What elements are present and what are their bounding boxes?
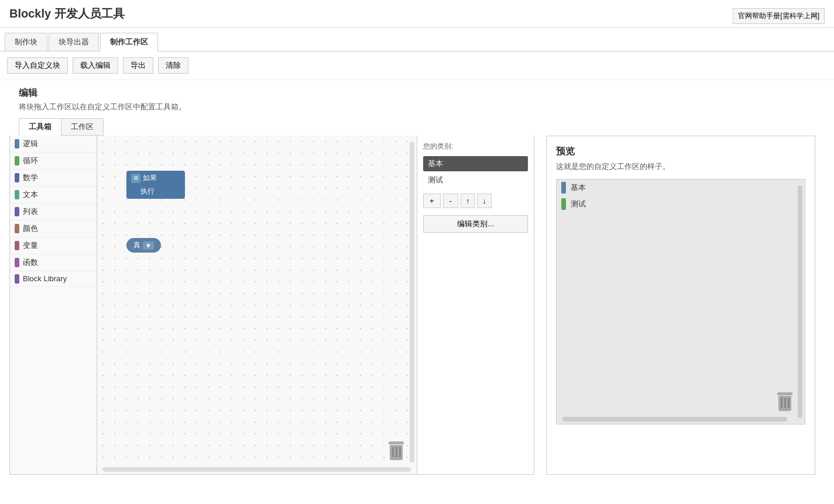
help-link[interactable]: 官网帮助手册[需科学上网] <box>733 8 825 24</box>
preview-cat-label-basic: 基本 <box>571 182 586 193</box>
block-if[interactable]: ⚙ 如果 执行 <box>126 171 185 199</box>
preview-cat-label-test: 测试 <box>571 199 586 209</box>
preview-description: 这就是您的自定义工作区的样子。 <box>556 161 805 172</box>
preview-scrollbar-vertical[interactable] <box>798 185 802 418</box>
block-bool[interactable]: 真 ▼ <box>126 238 161 253</box>
category-down-button[interactable]: ↓ <box>477 194 492 208</box>
category-panel: 您的类别: 基本 测试 + - ↑ ↓ 编辑类别... <box>417 136 534 475</box>
gear-icon: ⚙ <box>131 174 140 183</box>
preview-cat-color-basic <box>561 182 566 194</box>
toolbox-item-blocklibrary[interactable]: Block Library <box>10 271 97 286</box>
sub-tab-workspace[interactable]: 工作区 <box>61 118 104 136</box>
category-up-button[interactable]: ↑ <box>461 194 475 208</box>
editor-section: 编辑 将块拖入工作区以在自定义工作区中配置工具箱。 工具箱 工作区 逻辑 循环 … <box>0 80 834 482</box>
export-button[interactable]: 导出 <box>123 57 153 74</box>
toolbox-item-function[interactable]: 函数 <box>10 254 97 271</box>
toolbar: 导入自定义块 载入编辑 导出 清除 <box>0 51 834 80</box>
preview-scrollbar-horizontal[interactable] <box>562 417 787 422</box>
preview-category-basic[interactable]: 基本 <box>557 179 805 196</box>
workspace-scrollbar-horizontal[interactable] <box>103 467 411 472</box>
edit-category-button[interactable]: 编辑类别... <box>423 215 528 233</box>
workspace-scrollbar-vertical[interactable] <box>410 141 414 462</box>
workspace-trash <box>387 441 405 462</box>
toolbox-sidebar: 逻辑 循环 数学 文本 列表 颜色 变量 函数 Block Library <box>9 136 97 475</box>
import-custom-button[interactable]: 导入自定义块 <box>7 57 68 74</box>
trash-icon <box>387 441 405 460</box>
preview-panel: 预览 这就是您的自定义工作区的样子。 基本 测试 <box>546 136 815 475</box>
preview-category-test[interactable]: 测试 <box>557 196 805 212</box>
sub-tab-bar: 工具箱 工作区 <box>19 118 815 136</box>
category-item-basic[interactable]: 基本 <box>423 156 528 171</box>
main-content: 逻辑 循环 数学 文本 列表 颜色 变量 函数 Block Library ⚙ … <box>9 136 825 475</box>
toolbox-item-logic[interactable]: 逻辑 <box>10 136 97 153</box>
load-edit-button[interactable]: 载入编辑 <box>73 57 118 74</box>
preview-workspace: 基本 测试 <box>556 179 805 424</box>
tab-block-guide[interactable]: 块导出器 <box>49 33 99 51</box>
block-if-label: 如果 <box>143 173 157 183</box>
category-add-button[interactable]: + <box>423 194 441 208</box>
preview-trash-icon <box>777 392 793 411</box>
tab-bar: 制作块 块导出器 制作工作区 <box>0 28 834 51</box>
block-execute-label: 执行 <box>140 187 155 195</box>
category-buttons: + - ↑ ↓ <box>423 194 528 208</box>
toolbox-item-loop[interactable]: 循环 <box>10 153 97 170</box>
app-header: Blockly 开发人员工具 官网帮助手册[需科学上网] <box>0 0 834 28</box>
toolbox-item-color[interactable]: 颜色 <box>10 220 97 237</box>
preview-cat-color-test <box>561 198 566 210</box>
category-item-test[interactable]: 测试 <box>423 172 528 188</box>
preview-title: 预览 <box>556 146 805 158</box>
block-bool-label: 真 <box>133 240 140 250</box>
tab-make-workspace[interactable]: 制作工作区 <box>100 33 158 51</box>
block-bool-dropdown[interactable]: ▼ <box>143 241 154 250</box>
app-title: Blockly 开发人员工具 <box>9 6 125 22</box>
category-remove-button[interactable]: - <box>443 194 458 208</box>
editor-desc: 将块拖入工作区以在自定义工作区中配置工具箱。 <box>19 102 815 112</box>
sub-tab-toolbox[interactable]: 工具箱 <box>19 118 61 136</box>
tab-make-block[interactable]: 制作块 <box>5 33 47 51</box>
clear-button[interactable]: 清除 <box>158 57 188 74</box>
editor-title: 编辑 <box>19 87 815 99</box>
toolbox-item-list[interactable]: 列表 <box>10 203 97 220</box>
toolbox-item-text[interactable]: 文本 <box>10 187 97 203</box>
toolbox-item-math[interactable]: 数学 <box>10 170 97 187</box>
toolbox-item-variable[interactable]: 变量 <box>10 237 97 254</box>
preview-trash <box>777 392 793 412</box>
category-panel-title: 您的类别: <box>423 141 528 151</box>
workspace-area[interactable]: ⚙ 如果 执行 真 ▼ <box>97 136 417 475</box>
